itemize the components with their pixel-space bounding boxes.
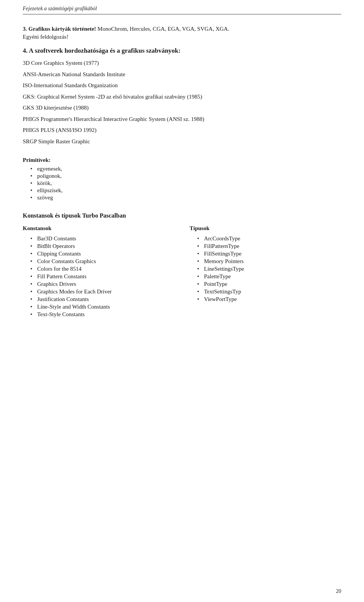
list-item: PaletteType xyxy=(197,273,341,280)
section-4-body-line: SRGP Simple Raster Graphic xyxy=(23,137,341,147)
list-item: ArcCoordsType xyxy=(197,235,341,242)
list-item: LineSettingsType xyxy=(197,266,341,272)
list-item: Memory Pointers xyxy=(197,258,341,265)
section-3-title: 3. Grafikus kártyák története! MonoChrom… xyxy=(23,26,341,32)
list-item: Line-Style and Width Constants xyxy=(30,304,174,310)
primitives-section: Primitívek: egyenesek,poligonok,körök,el… xyxy=(23,157,341,201)
primitive-item: szöveg xyxy=(30,194,341,201)
list-item: Color Constants Graphics xyxy=(30,258,174,265)
section-4-body-line: ISO-International Standards Organization xyxy=(23,81,341,91)
list-item: Justification Constants xyxy=(30,296,174,303)
section-4-title: 4. A szoftverek hordozhatósága és a graf… xyxy=(23,47,341,55)
section-4-body-line: PHIGS Programmer's Hierarchical Interact… xyxy=(23,114,341,124)
list-item: TextSettingsTyp xyxy=(197,288,341,295)
primitives-label: Primitívek: xyxy=(23,157,341,163)
col-left-list: Bar3D ConstantsBitBlt OperatorsClipping … xyxy=(23,235,174,318)
section-4-body: 3D Core Graphics System (1977)ANSI-Ameri… xyxy=(23,58,341,146)
list-item: BitBlt Operators xyxy=(30,243,174,249)
section-4-body-line: GKS: Graphical Kernel System -2D az első… xyxy=(23,92,341,102)
list-item: Graphics Modes for Each Driver xyxy=(30,288,174,295)
list-item: Text-Style Constants xyxy=(30,311,174,318)
two-col-layout: Konstansok Bar3D ConstantsBitBlt Operato… xyxy=(23,225,341,319)
primitives-list: egyenesek,poligonok,körök,ellipszisek,sz… xyxy=(23,166,341,201)
list-item: Clipping Constants xyxy=(30,251,174,257)
constants-heading: Konstansok és típusok Turbo Pascalban xyxy=(23,212,341,219)
col-left: Konstansok Bar3D ConstantsBitBlt Operato… xyxy=(23,225,182,319)
list-item: FillSettingsType xyxy=(197,251,341,257)
col-right: Típusok ArcCoordsTypeFillPatternTypeFill… xyxy=(182,225,341,319)
list-item: ViewPortType xyxy=(197,296,341,303)
page-header: Fejezetek a számítógépi grafikából xyxy=(23,0,341,14)
section-3: 3. Grafikus kártyák története! MonoChrom… xyxy=(23,26,341,40)
col-right-header: Típusok xyxy=(190,225,341,232)
primitive-item: poligonok, xyxy=(30,173,341,179)
primitive-item: ellipszisek, xyxy=(30,187,341,194)
header-title: Fejezetek a számítógépi grafikából xyxy=(23,6,97,11)
primitive-item: egyenesek, xyxy=(30,166,341,172)
col-left-header: Konstansok xyxy=(23,225,174,232)
list-item: FillPatternType xyxy=(197,243,341,249)
section-4-body-line: 3D Core Graphics System (1977) xyxy=(23,58,341,68)
section-3-line2: Egyéni feldolgozás! xyxy=(23,34,341,40)
list-item: Fill Pattern Constants xyxy=(30,273,174,280)
section-4: 4. A szoftverek hordozhatósága és a graf… xyxy=(23,47,341,146)
primitive-item: körök, xyxy=(30,180,341,187)
section-4-body-line: PHIGS PLUS (ANSI/ISO 1992) xyxy=(23,125,341,135)
list-item: Graphics Drivers xyxy=(30,281,174,287)
col-right-list: ArcCoordsTypeFillPatternTypeFillSettings… xyxy=(190,235,341,303)
list-item: Bar3D Constants xyxy=(30,235,174,242)
section-4-body-line: GKS 3D kiterjesztése (1988) xyxy=(23,103,341,113)
page-number: 20 xyxy=(336,588,341,594)
section-4-body-line: ANSI-American National Standards Institu… xyxy=(23,70,341,80)
list-item: PointType xyxy=(197,281,341,287)
constants-section: Konstansok és típusok Turbo Pascalban Ko… xyxy=(23,212,341,319)
list-item: Colors for the 8514 xyxy=(30,266,174,272)
